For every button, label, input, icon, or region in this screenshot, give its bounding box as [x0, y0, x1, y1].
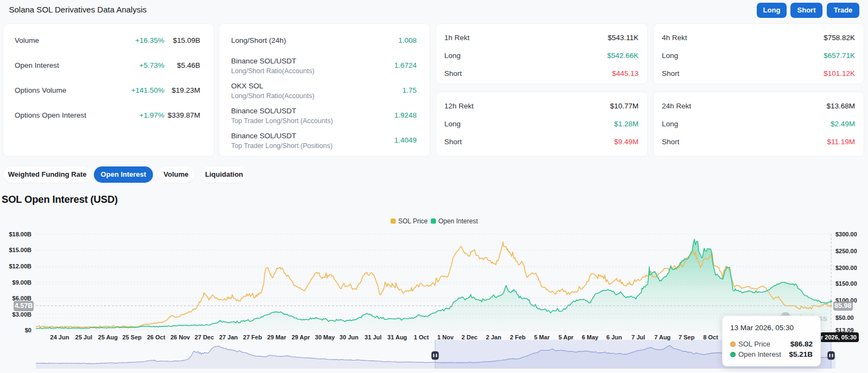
svg-text:31 Aug: 31 Aug [387, 334, 407, 340]
svg-text:24 Jun: 24 Jun [50, 334, 69, 340]
svg-text:7 Jul: 7 Jul [631, 334, 645, 340]
svg-text:5 Mar: 5 Mar [534, 334, 550, 340]
svg-text:$150.00: $150.00 [835, 280, 857, 287]
svg-text:2 Dec: 2 Dec [462, 334, 477, 340]
svg-text:$0: $0 [25, 327, 31, 333]
svg-text:26 Oct: 26 Oct [147, 334, 165, 340]
svg-text:29 Mar: 29 Mar [267, 334, 287, 340]
svg-text:$12.00B: $12.00B [9, 263, 31, 269]
svg-text:7 Aug: 7 Aug [654, 334, 671, 340]
svg-text:27 Jan: 27 Jan [219, 334, 238, 340]
svg-text:31 Jul: 31 Jul [365, 334, 381, 340]
svg-text:25 Sep: 25 Sep [123, 334, 142, 340]
svg-text:5 Apr: 5 Apr [558, 334, 573, 340]
svg-text:2 Feb: 2 Feb [510, 334, 526, 340]
svg-text:2 Jan: 2 Jan [486, 334, 501, 340]
svg-text:30 May: 30 May [315, 334, 336, 340]
svg-text:$200.00: $200.00 [835, 265, 857, 271]
svg-text:1 Oct: 1 Oct [414, 334, 429, 340]
svg-text:$300.00: $300.00 [835, 231, 857, 237]
svg-text:$18.00B: $18.00B [9, 231, 31, 237]
svg-text:8 Oct: 8 Oct [703, 334, 718, 340]
svg-text:$15.00B: $15.00B [9, 247, 31, 253]
svg-text:$3.00B: $3.00B [12, 311, 32, 318]
svg-text:7 Sep: 7 Sep [679, 334, 695, 340]
svg-text:SOL Price: SOL Price [398, 217, 428, 225]
svg-text:29 Apr: 29 Apr [291, 334, 310, 340]
svg-text:27 Feb: 27 Feb [243, 334, 262, 340]
svg-text:$250.00: $250.00 [835, 248, 857, 254]
svg-text:27 Dec: 27 Dec [195, 334, 214, 340]
svg-text:30 Jun: 30 Jun [340, 334, 359, 340]
svg-text:Open Interest: Open Interest [438, 217, 478, 225]
svg-text:25 Aug: 25 Aug [98, 334, 118, 340]
svg-text:$50.00: $50.00 [835, 314, 854, 321]
svg-text:25 Jul: 25 Jul [75, 334, 92, 340]
svg-text:6 Jun: 6 Jun [607, 334, 622, 340]
svg-text:1 Nov: 1 Nov [437, 334, 454, 340]
svg-text:$9.00B: $9.00B [12, 279, 32, 286]
svg-text:6 May: 6 May [582, 334, 598, 340]
svg-text:26 Nov: 26 Nov [170, 334, 190, 340]
